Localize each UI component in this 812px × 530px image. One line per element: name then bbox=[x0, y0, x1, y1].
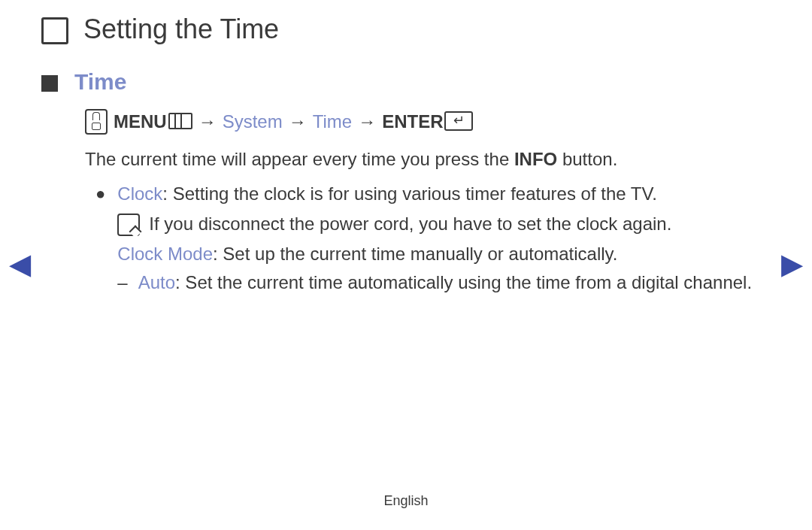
sub-item-body: Auto: Set the current time automatically… bbox=[138, 269, 752, 296]
bullet-icon: ● bbox=[95, 180, 105, 296]
dash-icon: – bbox=[117, 269, 127, 296]
list-item: ● Clock: Setting the clock is for using … bbox=[95, 180, 761, 296]
intro-pre: The current time will appear every time … bbox=[85, 149, 514, 169]
auto-label: Auto bbox=[138, 272, 175, 292]
menu-grid-icon bbox=[168, 113, 192, 129]
body-text: MENU → System → Time → ENTER The current… bbox=[85, 108, 761, 296]
path-time: Time bbox=[313, 108, 352, 135]
page-heading-row: Setting the Time bbox=[41, 14, 761, 45]
page-title: Setting the Time bbox=[83, 14, 279, 45]
auto-text: : Set the current time automatically usi… bbox=[175, 272, 752, 292]
nav-next-button[interactable]: ▶ bbox=[781, 250, 803, 278]
subsection-title: Time bbox=[74, 69, 126, 95]
path-system: System bbox=[223, 108, 283, 135]
sub-item: – Auto: Set the current time automatical… bbox=[117, 269, 761, 296]
path-segment: ENTER bbox=[382, 108, 473, 135]
manual-page: ◀ ▶ Setting the Time Time MENU → System … bbox=[0, 0, 812, 530]
menu-path: MENU → System → Time → ENTER bbox=[85, 108, 761, 135]
clock-label: Clock bbox=[117, 183, 162, 204]
intro-bold: INFO bbox=[514, 149, 557, 169]
clock-mode-row: Clock Mode: Set up the current time manu… bbox=[117, 241, 761, 268]
list-item-body: Clock: Setting the clock is for using va… bbox=[117, 180, 761, 296]
path-separator: → bbox=[289, 108, 307, 135]
note-text: If you disconnect the power cord, you ha… bbox=[149, 210, 671, 238]
enter-label: ENTER bbox=[382, 111, 443, 132]
subsection-heading-row: Time bbox=[41, 69, 761, 95]
square-bullet-icon bbox=[41, 75, 58, 92]
note-icon bbox=[117, 214, 140, 236]
page-content: Setting the Time Time MENU → System → Ti… bbox=[41, 14, 761, 299]
touch-icon bbox=[85, 109, 108, 135]
note-row: If you disconnect the power cord, you ha… bbox=[117, 210, 761, 238]
clock-mode-label: Clock Mode bbox=[117, 244, 213, 264]
clock-text: : Setting the clock is for using various… bbox=[162, 183, 657, 204]
path-separator: → bbox=[198, 108, 217, 135]
page-footer-language: English bbox=[0, 493, 812, 509]
intro-text: The current time will appear every time … bbox=[85, 146, 761, 173]
path-separator: → bbox=[358, 108, 376, 135]
path-segment: MENU bbox=[114, 108, 192, 135]
clock-mode-text: : Set up the current time manually or au… bbox=[213, 244, 617, 264]
section-bookmark-icon bbox=[41, 17, 68, 44]
menu-label: MENU bbox=[114, 111, 167, 132]
nav-prev-button[interactable]: ◀ bbox=[9, 250, 31, 278]
feature-list: ● Clock: Setting the clock is for using … bbox=[95, 180, 761, 296]
intro-post: button. bbox=[557, 149, 617, 169]
enter-key-icon bbox=[444, 111, 473, 131]
